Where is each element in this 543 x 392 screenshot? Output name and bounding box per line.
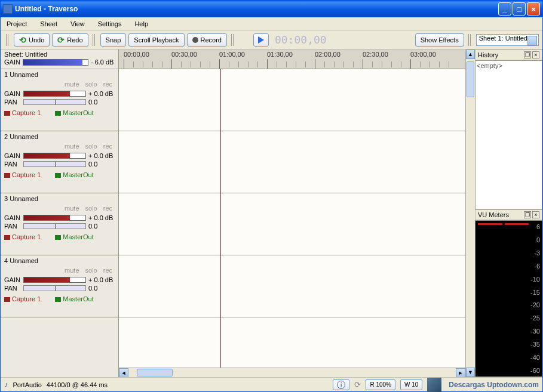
mute-button[interactable]: mute [65, 205, 79, 212]
undo-button[interactable]: ⟲Undo [14, 33, 50, 47]
solo-button[interactable]: solo [85, 81, 97, 88]
timecode-display[interactable]: 00:00,00 [275, 33, 327, 46]
close-panel-icon[interactable]: × [532, 211, 539, 218]
pan-slider[interactable] [23, 161, 86, 167]
pan-slider[interactable] [23, 223, 86, 229]
ruler-tick: 00:00,00 [124, 51, 149, 58]
play-button[interactable] [253, 33, 269, 47]
audio-engine-text[interactable]: PortAudio [13, 381, 42, 388]
menu-help[interactable]: Help [132, 19, 151, 29]
history-panel[interactable]: <empty> [475, 60, 542, 209]
undock-icon[interactable]: ❐ [524, 51, 531, 58]
zoom-w-button[interactable]: W 10 [400, 379, 422, 390]
track-lane[interactable] [119, 193, 465, 255]
rec-button[interactable]: rec [103, 205, 112, 212]
history-panel-title[interactable]: History ❐ × [475, 50, 542, 60]
output-bus[interactable]: MasterOut [55, 109, 93, 116]
rec-button[interactable]: rec [103, 267, 112, 274]
input-icon [4, 173, 10, 178]
pan-slider[interactable] [23, 99, 86, 105]
master-gain-slider[interactable] [23, 59, 88, 66]
gain-slider[interactable] [23, 91, 86, 97]
tracks-area[interactable] [119, 69, 465, 368]
track-lane[interactable] [119, 317, 465, 368]
vu-scale-tick: -3 [530, 249, 540, 257]
menu-view[interactable]: View [68, 19, 87, 29]
gain-slider[interactable] [23, 153, 86, 159]
track-name[interactable]: 4 Unnamed [4, 257, 115, 264]
output-bus[interactable]: MasterOut [55, 295, 93, 303]
track-name[interactable]: 3 Unnamed [4, 195, 115, 202]
info-button[interactable]: i [333, 379, 349, 390]
rec-button[interactable]: rec [103, 81, 112, 88]
snap-button[interactable]: Snap [100, 33, 127, 47]
mute-button[interactable]: mute [65, 143, 79, 150]
track-header[interactable]: 2 UnnamedmutesolorecGAIN+ 0.0 dBPAN0.0Ca… [1, 131, 118, 193]
mute-button[interactable]: mute [65, 267, 79, 274]
solo-button[interactable]: solo [85, 267, 97, 274]
solo-button[interactable]: solo [85, 143, 97, 150]
mute-button[interactable]: mute [65, 81, 79, 88]
input-bus[interactable]: Capture 1 [4, 171, 41, 178]
undock-icon[interactable]: ❐ [524, 211, 531, 218]
menu-project[interactable]: Project [4, 19, 29, 29]
gain-value: + 0.0 dB [88, 276, 113, 283]
horizontal-scrollbar[interactable]: ◄ ► [119, 368, 465, 377]
scroll-playback-button[interactable]: Scroll Playback [128, 33, 184, 47]
gain-slider[interactable] [23, 277, 86, 283]
menu-sheet[interactable]: Sheet [38, 19, 60, 29]
record-button[interactable]: Record [187, 33, 227, 47]
output-bus[interactable]: MasterOut [55, 233, 93, 240]
vu-bar-left [478, 223, 502, 374]
scroll-thumb[interactable] [137, 369, 173, 376]
track-lane[interactable] [119, 69, 465, 131]
vu-scale-tick: -30 [530, 328, 540, 335]
toolbar-grip[interactable] [93, 34, 96, 46]
playhead[interactable] [220, 69, 221, 368]
minimize-button[interactable]: _ [498, 2, 511, 16]
gain-value: + 0.0 dB [88, 214, 113, 221]
scroll-right-button[interactable]: ► [456, 368, 465, 377]
vu-meters: 60-3-6-10-15-20-25-30-35-40-60 [475, 220, 542, 377]
close-panel-icon[interactable]: × [532, 51, 539, 58]
menu-settings[interactable]: Settings [96, 19, 124, 29]
track-name[interactable]: 2 Unnamed [4, 133, 115, 140]
vu-scale-tick: -35 [530, 341, 540, 348]
ruler-tick: 02:00,00 [315, 51, 340, 58]
scroll-down-button[interactable]: ▼ [466, 368, 475, 377]
toolbar-grip[interactable] [468, 34, 472, 46]
track-lane[interactable] [119, 255, 465, 317]
input-bus[interactable]: Capture 1 [4, 233, 41, 240]
pan-label: PAN [4, 285, 21, 292]
sheet-header[interactable]: Sheet: Untitled GAIN - 6.0 dB [1, 50, 118, 69]
toolbar-grip[interactable] [231, 34, 235, 46]
toolbar-grip[interactable] [6, 34, 10, 46]
titlebar[interactable]: Untitled - Traverso _ □ × [1, 1, 542, 17]
input-bus[interactable]: Capture 1 [4, 295, 41, 303]
vertical-scrollbar[interactable]: ▲ ▼ [465, 50, 475, 377]
solo-button[interactable]: solo [85, 205, 97, 212]
show-effects-button[interactable]: Show Effects [415, 33, 464, 47]
vu-panel-title[interactable]: VU Meters ❐ × [475, 209, 542, 220]
scroll-thumb[interactable] [467, 61, 474, 97]
scroll-left-button[interactable]: ◄ [119, 368, 128, 377]
undo-label: Undo [29, 36, 44, 44]
zoom-r-button[interactable]: R 100% [366, 379, 395, 390]
time-ruler[interactable]: 00:00,0000:30,0001:00,0001:30,0002:00,00… [119, 50, 465, 69]
pan-slider[interactable] [23, 285, 86, 291]
scroll-up-button[interactable]: ▲ [466, 50, 475, 59]
close-button[interactable]: × [527, 2, 540, 16]
rec-button[interactable]: rec [103, 143, 112, 150]
track-header[interactable]: 1 UnnamedmutesolorecGAIN+ 0.0 dBPAN0.0Ca… [1, 69, 118, 131]
redo-button[interactable]: ⟳Redo [52, 33, 88, 47]
input-bus[interactable]: Capture 1 [4, 109, 41, 116]
info-icon: i [337, 381, 345, 389]
gain-slider[interactable] [23, 215, 86, 221]
track-name[interactable]: 1 Unnamed [4, 71, 115, 78]
maximize-button[interactable]: □ [513, 2, 526, 16]
track-lane[interactable] [119, 131, 465, 193]
track-header[interactable]: 4 UnnamedmutesolorecGAIN+ 0.0 dBPAN0.0Ca… [1, 255, 118, 317]
output-bus[interactable]: MasterOut [55, 171, 93, 178]
track-header[interactable]: 3 UnnamedmutesolorecGAIN+ 0.0 dBPAN0.0Ca… [1, 193, 118, 255]
sheet-selector[interactable]: Sheet 1: Untitled [476, 34, 539, 46]
